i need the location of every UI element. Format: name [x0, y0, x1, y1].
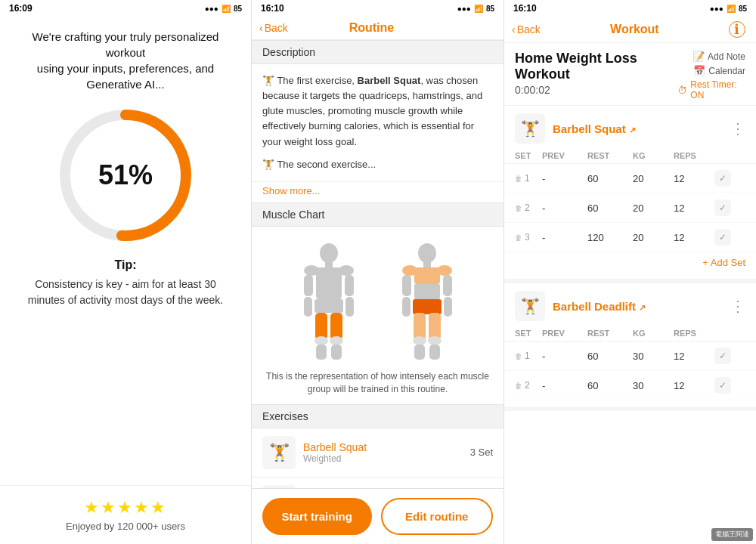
exercise-sets-squat: 3 Set	[470, 447, 493, 458]
external-link-icon: ↗	[629, 125, 636, 134]
description-para-2: 🏋️ The second exercise...	[262, 157, 493, 172]
exercise-type-squat: Weighted	[303, 453, 463, 464]
squat-set-row-3: 🗑 3 - 120 20 12 ✓	[504, 223, 756, 252]
kg-3: 20	[633, 232, 674, 243]
svg-rect-4	[316, 267, 342, 299]
tip-section: Tip: Consistency is key - aim for at lea…	[15, 258, 236, 308]
svg-rect-13	[330, 313, 342, 340]
back-button-workout[interactable]: ‹ Back	[512, 23, 541, 36]
svg-rect-11	[314, 299, 343, 313]
add-note-action[interactable]: 📝 Add Note	[692, 51, 745, 62]
svg-rect-3	[325, 261, 333, 267]
prev-1: -	[542, 173, 587, 184]
deadlift-check-1[interactable]: ✓	[714, 348, 731, 364]
squat-name[interactable]: Barbell Squat ↗	[553, 122, 723, 135]
set-num-3: 🗑 3	[515, 232, 542, 243]
workout-nav-title: Workout	[610, 23, 659, 36]
svg-point-14	[314, 336, 328, 345]
col-reps-d: REPS	[674, 329, 714, 338]
chevron-left-icon-3: ‹	[512, 23, 516, 36]
body-front-svg	[287, 242, 370, 363]
workout-nav-bar: ‹ Back Workout ℹ	[504, 17, 756, 43]
body-back-svg	[386, 242, 469, 363]
muscle-figures	[262, 242, 493, 363]
routine-scroll[interactable]: Description 🏋️ The first exercise, Barbe…	[252, 40, 503, 488]
chevron-left-icon: ‹	[259, 22, 263, 34]
external-link-icon-2: ↗	[639, 303, 646, 312]
workout-action-buttons: 📝 Add Note 📅 Calendar ⏱ Rest Timer: ON	[677, 51, 745, 100]
svg-point-23	[437, 265, 452, 276]
exercise-item[interactable]: 🏋️ Barbell Squat Weighted 3 Set	[252, 428, 503, 478]
info-button[interactable]: ℹ	[729, 21, 745, 38]
squat-header: 🏋️ Barbell Squat ↗ ⋮	[504, 106, 756, 148]
time-1: 16:09	[9, 3, 33, 14]
routine-nav-bar: ‹ Back Routine	[252, 17, 503, 40]
exercise-info-squat: Barbell Squat Weighted	[303, 441, 463, 464]
check-1[interactable]: ✓	[714, 170, 731, 187]
kg-2: 20	[633, 202, 674, 214]
col-set-d: SET	[515, 329, 542, 338]
start-training-button[interactable]: Start training	[262, 498, 372, 535]
squat-thumb: 🏋️	[515, 113, 545, 144]
muscle-chart-header: Muscle Chart	[252, 202, 503, 227]
routine-footer: Start training Edit routine	[252, 488, 503, 544]
deadlift-set-num-2: 🗑 2	[515, 380, 542, 391]
panel-generating: 16:09 ●●● 📶 85 We're crafting your truly…	[0, 0, 252, 544]
reps-2: 12	[674, 202, 714, 214]
rest-1: 60	[587, 173, 633, 184]
svg-rect-20	[414, 267, 440, 284]
svg-point-22	[402, 265, 417, 276]
sets-header-squat: SET PREV REST KG REPS	[504, 148, 756, 164]
deadlift-check-2[interactable]: ✓	[714, 377, 731, 394]
progress-percentage: 51%	[98, 159, 153, 191]
deadlift-kg-2: 30	[633, 380, 674, 391]
more-options-squat[interactable]: ⋮	[730, 119, 745, 138]
exercises-header: Exercises	[252, 404, 503, 428]
exercise-item-deadlift[interactable]: 🏋️ Barbell Deadlift 3 Set	[252, 478, 503, 488]
calendar-icon: 📅	[693, 65, 705, 76]
tip-label: Tip:	[15, 258, 236, 272]
deadlift-set-num-1: 🗑 1	[515, 351, 542, 361]
svg-rect-33	[414, 345, 425, 360]
status-icons-1: ●●● 📶 85	[205, 5, 242, 13]
signal-icon-1: ●●●	[205, 5, 218, 13]
deadlift-name[interactable]: Barbell Deadlift ↗	[553, 300, 723, 313]
col-rest-d: REST	[587, 329, 633, 338]
exercises-list: 🏋️ Barbell Squat Weighted 3 Set 🏋️ Barbe…	[252, 428, 503, 488]
status-bar-3: 16:10 ●●● 📶 85	[504, 0, 756, 17]
panel-routine: 16:10 ●●● 📶 85 ‹ Back Routine Descriptio…	[252, 0, 504, 544]
back-button-routine[interactable]: ‹ Back	[259, 22, 288, 34]
description-body: 🏋️ The first exercise, Barbell Squat, wa…	[252, 64, 503, 182]
svg-rect-25	[443, 275, 452, 296]
squat-set-row: 🗑 1 - 60 20 12 ✓	[504, 164, 756, 193]
more-options-deadlift[interactable]: ⋮	[730, 297, 745, 315]
timer-icon: ⏱	[677, 85, 687, 96]
svg-rect-10	[345, 297, 354, 317]
svg-rect-9	[304, 297, 312, 317]
battery-icon-1: 85	[234, 5, 242, 13]
show-more-button[interactable]: Show more...	[252, 182, 503, 202]
deadlift-set-row-2: 🗑 2 - 60 30 12 ✓	[504, 371, 756, 400]
exercise-block-deadlift: 🏋️ Barbell Deadlift ↗ ⋮ SET PREV REST KG…	[504, 283, 756, 411]
add-set-squat[interactable]: + Add Set	[504, 252, 756, 273]
workout-scroll[interactable]: 🏋️ Barbell Squat ↗ ⋮ SET PREV REST KG RE…	[504, 106, 756, 544]
svg-rect-27	[444, 297, 452, 317]
wifi-icon-2: 📶	[474, 5, 483, 13]
check-3[interactable]: ✓	[714, 229, 731, 246]
squat-set-row-2: 🗑 2 - 60 20 12 ✓	[504, 193, 756, 223]
description-para-1: 🏋️ The first exercise, Barbell Squat, wa…	[262, 73, 493, 150]
deadlift-prev-2: -	[542, 380, 587, 391]
signal-icon-2: ●●●	[457, 5, 471, 13]
deadlift-rest-2: 60	[587, 380, 633, 391]
col-done	[714, 151, 737, 160]
col-reps: REPS	[674, 151, 714, 160]
col-prev-d: PREV	[542, 329, 587, 338]
status-icons-3: ●●● 📶 85	[710, 5, 747, 13]
rest-timer-action[interactable]: ⏱ Rest Timer: ON	[677, 79, 745, 100]
generating-content: We're crafting your truly personalized w…	[0, 17, 251, 485]
edit-routine-button[interactable]: Edit routine	[381, 498, 494, 535]
check-2[interactable]: ✓	[714, 199, 731, 216]
calendar-action[interactable]: 📅 Calendar	[693, 65, 745, 76]
svg-rect-17	[331, 345, 342, 360]
prev-3: -	[542, 232, 587, 243]
